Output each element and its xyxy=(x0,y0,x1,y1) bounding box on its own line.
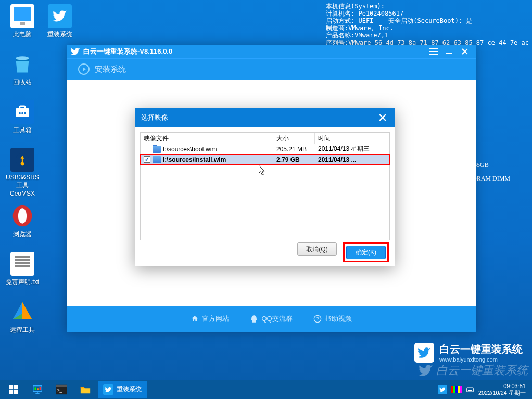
tray-color-icon[interactable] xyxy=(451,386,462,393)
image-table: 映像文件 大小 时间 I:\sources\boot.wim 205.21 MB… xyxy=(140,132,390,240)
icon-label: 此电脑 xyxy=(4,30,41,39)
desktop-icon-remote[interactable]: 远程工具 xyxy=(4,300,41,334)
brand-title: 白云一键重装系统 xyxy=(439,342,523,356)
svg-rect-10 xyxy=(429,48,438,49)
file-path: I:\sources\boot.wim xyxy=(163,146,217,153)
col-time[interactable]: 时间 xyxy=(315,133,389,144)
pc-icon xyxy=(10,4,34,28)
svg-rect-13 xyxy=(446,53,452,54)
svg-point-0 xyxy=(16,56,29,60)
tab-label: 安装系统 xyxy=(95,65,126,74)
footer-link-qq[interactable]: QQ交流群 xyxy=(250,314,292,324)
desktop-icon-reinstall[interactable]: 重装系统 xyxy=(42,4,78,39)
dialog-titlebar[interactable]: 选择映像 xyxy=(135,108,395,127)
svg-rect-11 xyxy=(429,51,438,52)
tray-keyboard-icon[interactable] xyxy=(466,385,474,394)
svg-rect-22 xyxy=(37,388,39,390)
dialog-title: 选择映像 xyxy=(141,113,376,122)
col-size[interactable]: 大小 xyxy=(273,133,315,144)
file-size: 205.21 MB xyxy=(273,145,315,153)
brand-logo: 白云一键重装系统 www.baiyunxitong.com xyxy=(414,342,523,363)
icon-label: 远程工具 xyxy=(4,326,41,334)
clock-date: 2022/10/24 星期一 xyxy=(478,390,526,396)
taskbar-clock[interactable]: 09:03:51 2022/10/24 星期一 xyxy=(478,383,526,396)
svg-rect-29 xyxy=(466,388,473,392)
table-row-selected[interactable]: I:\sources\install.wim 2.79 GB 2011/04/1… xyxy=(141,155,389,165)
dialog-close-button[interactable] xyxy=(376,111,389,124)
remote-icon xyxy=(10,300,34,324)
recycle-bin-icon xyxy=(10,52,34,76)
icon-label: USB3&SRS 工具CeoMSX xyxy=(4,174,41,197)
svg-text:?: ? xyxy=(316,316,319,321)
toolbox-icon xyxy=(10,100,34,124)
play-icon xyxy=(78,63,90,75)
app-titlebar[interactable]: 白云一键重装系统-V8.116.0.0 xyxy=(67,45,476,58)
brand-url: www.baiyunxitong.com xyxy=(439,356,523,363)
icon-label: 回收站 xyxy=(4,78,41,87)
app-close-button[interactable] xyxy=(458,46,472,57)
folder-icon xyxy=(153,146,161,153)
dialog-footer: 取消(Q) 确定(K) xyxy=(297,242,389,262)
svg-rect-12 xyxy=(429,54,438,55)
icon-label: 工具箱 xyxy=(4,126,41,135)
desktop-icon-toolbox[interactable]: 工具箱 xyxy=(4,100,41,135)
opera-icon xyxy=(10,204,34,228)
taskbar: >_ 重装系统 09:03:51 2022/10/24 星期一 xyxy=(0,380,532,399)
row-checkbox[interactable] xyxy=(144,156,150,163)
footer-link-help[interactable]: ?帮助视频 xyxy=(313,314,352,324)
taskbar-icon-explorer[interactable] xyxy=(74,381,97,398)
svg-rect-30 xyxy=(468,390,472,390)
desktop-icon-recycle[interactable]: 回收站 xyxy=(4,52,41,87)
svg-rect-23 xyxy=(40,387,41,390)
svg-point-2 xyxy=(21,112,23,114)
file-path: I:\sources\install.wim xyxy=(163,156,226,163)
tray-bird-icon[interactable] xyxy=(438,385,447,394)
app-tab-install[interactable]: 安装系统 xyxy=(67,58,476,80)
desktop-icon-disclaimer[interactable]: 免责声明.txt xyxy=(4,252,41,287)
file-size: 2.79 GB xyxy=(273,156,315,164)
taskbar-active-app[interactable]: 重装系统 xyxy=(98,381,147,398)
svg-rect-18 xyxy=(9,390,14,394)
app-bird-icon xyxy=(71,47,80,56)
file-time: 2011/04/13 星期三 xyxy=(315,144,389,154)
system-info: 本机信息(System): 计算机名: Pe1024085617 启动方式: U… xyxy=(326,3,532,46)
app-minimize-button[interactable] xyxy=(442,46,456,57)
footer-link-website[interactable]: 官方网站 xyxy=(191,314,229,324)
app-menu-button[interactable] xyxy=(427,46,440,57)
usb-icon xyxy=(10,148,34,172)
icon-label: 免责声明.txt xyxy=(4,278,41,287)
svg-rect-17 xyxy=(14,385,18,389)
desktop-icon-this-pc[interactable]: 此电脑 xyxy=(4,4,41,39)
taskbar-icon-terminal[interactable]: >_ xyxy=(50,381,73,398)
table-row[interactable]: I:\sources\boot.wim 205.21 MB 2011/04/13… xyxy=(141,144,389,155)
col-file[interactable]: 映像文件 xyxy=(141,133,273,144)
table-header: 映像文件 大小 时间 xyxy=(141,133,389,144)
svg-rect-21 xyxy=(35,387,36,390)
svg-point-6 xyxy=(18,208,27,223)
start-button[interactable] xyxy=(2,381,25,398)
svg-text:>_: >_ xyxy=(57,388,62,392)
system-tray: 09:03:51 2022/10/24 星期一 xyxy=(438,383,530,396)
desktop-icon-browser[interactable]: 浏览器 xyxy=(4,204,41,239)
icon-label: 重装系统 xyxy=(42,30,78,39)
cancel-button[interactable]: 取消(Q) xyxy=(297,242,337,256)
svg-rect-16 xyxy=(9,385,14,389)
select-image-dialog: 选择映像 映像文件 大小 时间 I:\sources\boot.wim 205.… xyxy=(135,108,395,266)
folder-icon xyxy=(153,156,161,163)
watermark: 白云一键重装系统 xyxy=(419,363,528,378)
desktop-icon-usb[interactable]: USB3&SRS 工具CeoMSX xyxy=(4,148,41,197)
svg-point-1 xyxy=(19,112,21,114)
taskbar-icon-monitor[interactable] xyxy=(26,381,49,398)
file-time: 2011/04/13 ... xyxy=(315,156,389,164)
ok-button[interactable]: 确定(K) xyxy=(346,246,386,259)
svg-rect-19 xyxy=(14,390,18,394)
bird-icon xyxy=(103,384,113,395)
clock-time: 09:03:51 xyxy=(478,383,526,390)
svg-point-3 xyxy=(24,112,26,114)
brand-bird-icon xyxy=(414,343,434,363)
icon-label: 浏览器 xyxy=(4,230,41,239)
taskbar-active-label: 重装系统 xyxy=(117,385,142,394)
row-checkbox[interactable] xyxy=(144,146,150,152)
app-title: 白云一键重装系统-V8.116.0.0 xyxy=(83,47,425,56)
svg-marker-8 xyxy=(22,302,32,319)
